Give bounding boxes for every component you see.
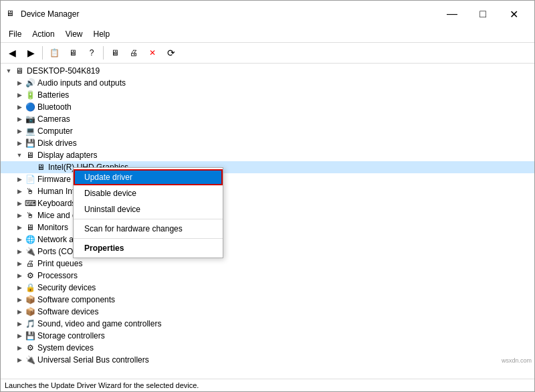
expand-icon[interactable]: ▶ [14, 270, 25, 281]
expand-icon[interactable]: ▶ [14, 318, 25, 329]
gpu-icon: 🖥 [35, 162, 46, 173]
context-menu-properties[interactable]: Properties [74, 240, 223, 256]
list-item[interactable]: ▶ 🔋 Batteries [1, 89, 534, 101]
ports-icon: 🔌 [25, 246, 35, 257]
expand-icon[interactable]: ▶ [14, 186, 25, 197]
expand-icon[interactable]: ▶ [14, 198, 25, 209]
list-item[interactable]: ▶ 📦 Software devices [1, 306, 534, 318]
root-expand-icon[interactable]: ▼ [3, 66, 14, 76]
title-bar: 🖥 Device Manager — □ ✕ [1, 1, 534, 26]
expand-icon[interactable]: ▶ [14, 282, 25, 293]
minimize-button[interactable]: — [437, 5, 467, 23]
uninstall-button[interactable]: ✕ [144, 45, 161, 61]
hid-icon: 🖱 [25, 186, 35, 197]
watermark: wsxdn.com [502, 357, 532, 364]
expand-icon[interactable]: ▶ [14, 126, 25, 136]
item-label: Bluetooth [37, 102, 72, 112]
root-label: DESKTOP-504K819 [27, 66, 100, 76]
expand-icon[interactable]: ▶ [14, 234, 25, 245]
menu-file[interactable]: File [3, 27, 27, 41]
item-label: Disk drives [37, 138, 77, 148]
status-text: Launches the Update Driver Wizard for th… [5, 381, 199, 389]
item-label: System devices [37, 343, 94, 353]
list-item[interactable]: ▶ 💾 Storage controllers [1, 330, 534, 342]
list-item[interactable]: ▶ ⚙ System devices [1, 342, 534, 354]
title-bar-left: 🖥 Device Manager [6, 9, 79, 19]
expand-icon[interactable]: ▶ [14, 330, 25, 341]
computer-icon: 💻 [25, 126, 35, 136]
status-bar: Launches the Update Driver Wizard for th… [1, 379, 534, 391]
context-menu-separator [74, 219, 223, 219]
tree-root[interactable]: ▼ 🖥 DESKTOP-504K819 [1, 65, 534, 77]
security-icon: 🔒 [25, 282, 35, 293]
expand-icon[interactable]: ▶ [14, 222, 25, 233]
toolbar-separator-1 [42, 46, 43, 60]
list-item[interactable]: ▶ 📷 Cameras [1, 113, 534, 125]
menu-help[interactable]: Help [88, 27, 116, 41]
list-item[interactable]: ▶ 🖨 Print queues [1, 258, 534, 270]
list-item[interactable]: ▶ 📦 Software components [1, 294, 534, 306]
list-item[interactable]: ▶ 💾 Disk drives [1, 137, 534, 149]
expand-icon[interactable]: ▶ [14, 306, 25, 317]
list-item[interactable]: ▶ ⚙ Processors [1, 270, 534, 282]
expand-icon[interactable]: ▶ [14, 294, 25, 305]
list-item[interactable]: ▶ 🔵 Bluetooth [1, 101, 534, 113]
expand-icon[interactable]: ▶ [14, 342, 25, 353]
maximize-button[interactable]: □ [467, 5, 498, 23]
context-menu-update-driver[interactable]: Update driver [74, 169, 223, 185]
bluetooth-icon: 🔵 [25, 102, 35, 112]
item-label: Monitors [37, 223, 68, 232]
context-menu-scan[interactable]: Scan for hardware changes [74, 221, 223, 237]
list-item[interactable]: ▼ 🖥 Display adapters [1, 149, 534, 161]
list-item[interactable]: ▶ 🔌 Universal Serial Bus controllers [1, 354, 534, 366]
network-icon: 🌐 [25, 234, 35, 245]
list-item[interactable]: ▶ 🎵 Sound, video and game controllers [1, 318, 534, 330]
scan-button[interactable]: ⟳ [163, 45, 180, 61]
item-label: Cameras [37, 114, 70, 124]
toolbar-separator-2 [103, 46, 104, 60]
expand-icon[interactable]: ▶ [14, 102, 25, 112]
expand-icon[interactable]: ▶ [14, 258, 25, 269]
print-button[interactable]: 🖨 [125, 45, 142, 61]
item-label: Keyboards [37, 199, 76, 208]
show-hidden-button[interactable]: 🖥 [106, 45, 124, 61]
expand-icon[interactable]: ▶ [14, 90, 25, 100]
item-label: Processors [37, 271, 78, 280]
expand-icon[interactable]: ▶ [14, 114, 25, 124]
item-label: Sound, video and game controllers [37, 319, 161, 328]
help-button[interactable]: ? [83, 45, 100, 61]
processor-icon: ⚙ [25, 270, 35, 281]
expand-icon[interactable]: ▼ [14, 150, 25, 161]
expand-icon[interactable]: ▶ [14, 355, 25, 365]
close-button[interactable]: ✕ [498, 5, 529, 23]
window-title: Device Manager [21, 9, 79, 19]
expand-icon[interactable]: ▶ [14, 138, 25, 149]
properties-button[interactable]: 📋 [45, 45, 63, 61]
expand-icon[interactable]: ▶ [14, 78, 25, 88]
forward-button[interactable]: ▶ [22, 45, 39, 61]
expand-icon[interactable]: ▶ [14, 210, 25, 221]
app-icon: 🖥 [6, 9, 17, 19]
list-item[interactable]: ▶ 🔒 Security devices [1, 282, 534, 294]
context-menu-uninstall-device[interactable]: Uninstall device [74, 201, 223, 217]
item-label: Universal Serial Bus controllers [37, 355, 149, 365]
expand-icon[interactable]: ▶ [14, 246, 25, 257]
menu-view[interactable]: View [60, 27, 88, 41]
item-label: Display adapters [37, 151, 97, 160]
menu-action[interactable]: Action [27, 27, 60, 41]
main-area: ▼ 🖥 DESKTOP-504K819 ▶ 🔊 Audio inputs and… [1, 64, 534, 379]
audio-icon: 🔊 [25, 78, 35, 88]
sound-icon: 🎵 [25, 318, 35, 329]
item-label: Audio inputs and outputs [37, 78, 126, 88]
camera-icon: 📷 [25, 114, 35, 124]
firmware-icon: 📄 [25, 174, 35, 185]
context-menu-disable-device[interactable]: Disable device [74, 185, 223, 201]
expand-icon[interactable]: ▶ [14, 174, 25, 185]
back-button[interactable]: ◀ [3, 45, 21, 61]
context-menu-separator-2 [74, 238, 223, 239]
list-item[interactable]: ▶ 🔊 Audio inputs and outputs [1, 77, 534, 89]
mouse-icon: 🖱 [25, 210, 35, 221]
update-driver-button[interactable]: 🖥 [64, 45, 82, 61]
list-item[interactable]: ▶ 💻 Computer [1, 125, 534, 137]
item-label: Computer [37, 126, 73, 136]
